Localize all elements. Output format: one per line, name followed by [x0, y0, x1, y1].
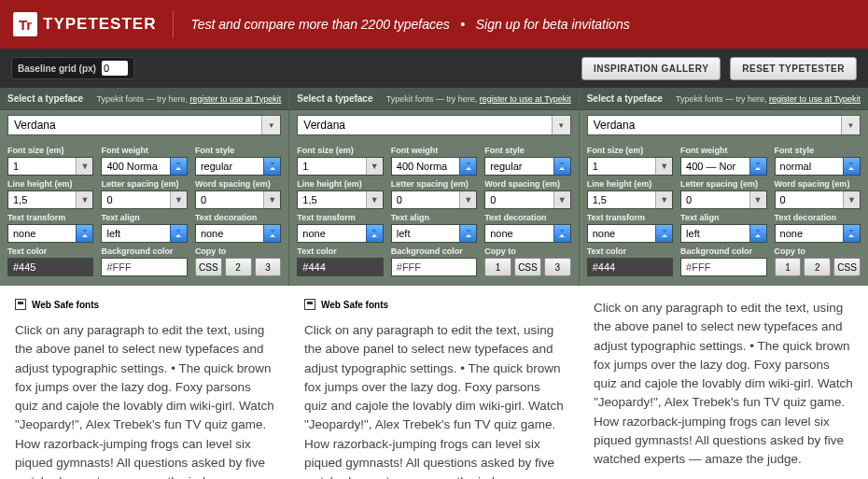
copy-button-1[interactable]: 1: [484, 258, 511, 276]
text-decoration-field[interactable]: none: [484, 224, 570, 243]
font-style-control: Font style regular: [195, 146, 281, 176]
line-height-field[interactable]: 1,5 ▼: [587, 190, 673, 209]
font-size-value: 1: [588, 161, 655, 172]
dropdown-icon: [843, 225, 860, 242]
text-decoration-field[interactable]: none: [775, 224, 861, 243]
dropdown-icon: ▼: [749, 191, 766, 208]
tagline-a: Test and compare more than 2200 typeface…: [190, 17, 449, 32]
letter-spacing-field[interactable]: 0 ▼: [680, 190, 766, 209]
sample-paragraph[interactable]: Click on any paragraph to edit the text,…: [15, 321, 274, 479]
text-align-field[interactable]: left: [391, 224, 477, 243]
reset-typetester-button[interactable]: RESET TYPETESTER: [730, 57, 857, 80]
font-style-value: normal: [776, 161, 843, 172]
line-height-field[interactable]: 1,5 ▼: [7, 190, 93, 209]
settings-panel-2: Select a typeface Typekit fonts — try he…: [289, 88, 579, 286]
typeface-value: Verdana: [298, 116, 551, 134]
word-spacing-field[interactable]: 0 ▼: [484, 190, 570, 209]
logo[interactable]: Tr TYPETESTER: [13, 12, 156, 36]
inspiration-gallery-button[interactable]: INSPIRATION GALLERY: [581, 57, 721, 80]
text-transform-value: none: [298, 228, 365, 239]
dropdown-icon: ▼: [655, 158, 672, 175]
dropdown-icon: [655, 225, 672, 242]
dropdown-icon: [553, 225, 570, 242]
font-style-value: regular: [485, 161, 553, 172]
tagline-b[interactable]: Sign up for beta invitations: [476, 17, 630, 32]
bg-color-field[interactable]: #FFF: [101, 258, 187, 276]
font-size-control: Font size (em) 1 ▼: [297, 146, 383, 176]
line-height-field[interactable]: 1,5 ▼: [297, 190, 383, 209]
copy-button-2[interactable]: 2: [804, 258, 831, 276]
font-size-field[interactable]: 1 ▼: [7, 157, 93, 176]
dropdown-icon: ▼: [170, 191, 187, 208]
baseline-input[interactable]: [102, 61, 128, 76]
panel-head: Select a typeface Typekit fonts — try he…: [0, 88, 288, 110]
dropdown-icon: [749, 225, 766, 242]
letter-spacing-field[interactable]: 0 ▼: [101, 190, 187, 209]
copy-button-CSS[interactable]: CSS: [195, 258, 222, 276]
copy-button-CSS[interactable]: CSS: [514, 258, 541, 276]
text-transform-control: Text transform none: [587, 213, 673, 243]
dropdown-icon: [170, 158, 187, 175]
bg-color-value: #FFF: [392, 261, 476, 273]
typekit-link[interactable]: register to use at Typekit: [769, 94, 861, 104]
select-typeface-label: Select a typeface: [7, 93, 83, 104]
bg-color-field[interactable]: #FFF: [680, 258, 766, 276]
dropdown-icon: [843, 158, 860, 175]
baseline-label: Baseline grid (px): [18, 63, 96, 74]
letter-spacing-value: 0: [392, 194, 459, 205]
text-color-value: #444: [298, 261, 382, 273]
font-weight-label: Font weight: [391, 146, 477, 155]
font-style-field[interactable]: regular: [484, 157, 570, 176]
typekit-link[interactable]: register to use at Typekit: [480, 94, 571, 104]
font-weight-control: Font weight 400 — Nor: [680, 146, 766, 176]
dropdown-icon: [749, 158, 766, 175]
font-size-field[interactable]: 1 ▼: [587, 157, 673, 176]
font-weight-field[interactable]: 400 Norma: [101, 157, 187, 176]
letter-spacing-field[interactable]: 0 ▼: [391, 190, 477, 209]
dropdown-icon: ▼: [843, 191, 860, 208]
font-style-field[interactable]: normal: [775, 157, 861, 176]
copy-button-3[interactable]: 3: [255, 258, 282, 276]
word-spacing-label: Word spacing (em): [195, 179, 281, 189]
copy-button-3[interactable]: 3: [544, 258, 571, 276]
text-transform-field[interactable]: none: [587, 224, 673, 243]
font-style-field[interactable]: regular: [195, 157, 281, 176]
text-align-value: left: [102, 228, 169, 239]
typeface-select[interactable]: Verdana ▼: [7, 115, 281, 135]
websafe-label: Web Safe fonts: [321, 300, 388, 310]
text-color-field[interactable]: #445: [7, 258, 93, 276]
preview-column-3: Click on any paragraph to edit the text,…: [579, 286, 868, 479]
typekit-link[interactable]: register to use at Typekit: [189, 94, 281, 104]
typekit-note: Typekit fonts — try here, register to us…: [96, 94, 281, 104]
sample-paragraph[interactable]: Click on any paragraph to edit the text,…: [594, 299, 853, 469]
dropdown-icon: ▼: [655, 191, 672, 208]
font-weight-label: Font weight: [680, 146, 766, 155]
typeface-select[interactable]: Verdana ▼: [297, 115, 570, 135]
text-color-control: Text color #444: [297, 247, 383, 276]
word-spacing-field[interactable]: 0 ▼: [775, 190, 861, 209]
font-style-label: Font style: [484, 146, 570, 155]
text-align-field[interactable]: left: [680, 224, 766, 243]
font-size-control: Font size (em) 1 ▼: [7, 146, 93, 176]
bg-color-field[interactable]: #FFF: [391, 258, 477, 276]
text-transform-label: Text transform: [587, 213, 673, 222]
font-weight-field[interactable]: 400 Norma: [391, 157, 477, 176]
font-weight-field[interactable]: 400 — Nor: [680, 157, 766, 176]
text-transform-field[interactable]: none: [7, 224, 93, 243]
font-size-field[interactable]: 1 ▼: [297, 157, 383, 176]
text-color-control: Text color #444: [587, 247, 673, 276]
text-decoration-field[interactable]: none: [195, 224, 281, 243]
sample-paragraph[interactable]: Click on any paragraph to edit the text,…: [304, 321, 564, 479]
copy-button-CSS[interactable]: CSS: [833, 258, 861, 276]
text-color-field[interactable]: #444: [297, 258, 383, 276]
dropdown-icon: [459, 225, 476, 242]
text-color-label: Text color: [7, 247, 93, 256]
typeface-select[interactable]: Verdana ▼: [587, 115, 861, 135]
text-align-field[interactable]: left: [101, 224, 187, 243]
baseline-grid-control: Baseline grid (px): [11, 57, 134, 79]
word-spacing-field[interactable]: 0 ▼: [195, 190, 281, 209]
text-transform-field[interactable]: none: [297, 224, 383, 243]
copy-button-2[interactable]: 2: [225, 258, 252, 276]
copy-button-1[interactable]: 1: [775, 258, 802, 276]
text-color-field[interactable]: #444: [587, 258, 673, 276]
